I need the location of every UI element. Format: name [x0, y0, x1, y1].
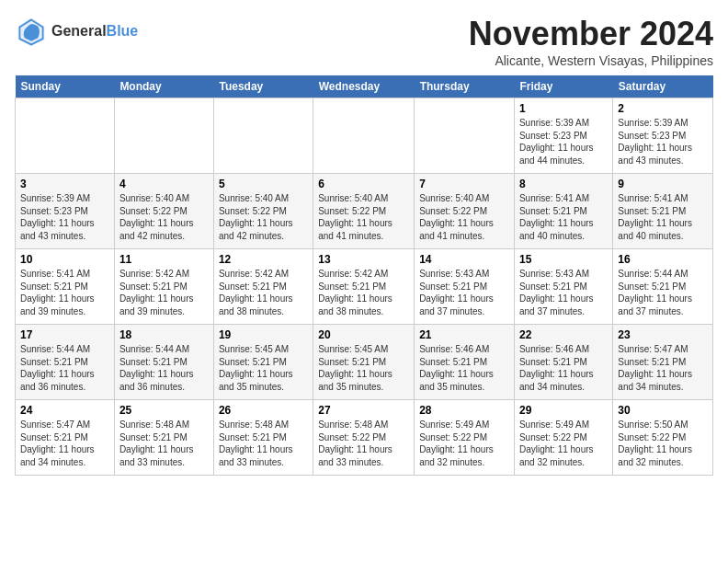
- day-number: 26: [219, 404, 308, 417]
- day-number: 10: [20, 253, 109, 266]
- day-number: 6: [318, 178, 409, 190]
- calendar-cell: 6Sunrise: 5:40 AM Sunset: 5:22 PM Daylig…: [313, 174, 415, 249]
- calendar-cell: [415, 98, 515, 174]
- calendar-cell: [114, 98, 213, 174]
- month-title: November 2024: [469, 15, 713, 53]
- calendar-cell: 24Sunrise: 5:47 AM Sunset: 5:21 PM Dayli…: [16, 400, 115, 476]
- header-saturday: Saturday: [613, 75, 713, 98]
- calendar-cell: 16Sunrise: 5:44 AM Sunset: 5:21 PM Dayli…: [613, 249, 713, 325]
- day-info: Sunrise: 5:48 AM Sunset: 5:21 PM Dayligh…: [219, 419, 308, 468]
- day-number: 2: [618, 102, 708, 115]
- day-info: Sunrise: 5:41 AM Sunset: 5:21 PM Dayligh…: [20, 268, 109, 317]
- calendar-cell: 12Sunrise: 5:42 AM Sunset: 5:21 PM Dayli…: [213, 249, 313, 325]
- day-info: Sunrise: 5:47 AM Sunset: 5:21 PM Dayligh…: [618, 343, 708, 393]
- logo-blue: Blue: [107, 23, 139, 39]
- day-info: Sunrise: 5:42 AM Sunset: 5:21 PM Dayligh…: [119, 268, 209, 317]
- day-info: Sunrise: 5:39 AM Sunset: 5:23 PM Dayligh…: [20, 192, 109, 242]
- day-number: 18: [119, 328, 209, 341]
- header-tuesday: Tuesday: [213, 75, 313, 98]
- calendar-cell: 22Sunrise: 5:46 AM Sunset: 5:21 PM Dayli…: [514, 325, 612, 400]
- location: Alicante, Western Visayas, Philippines: [469, 53, 713, 68]
- calendar-table: SundayMondayTuesdayWednesdayThursdayFrid…: [15, 75, 713, 476]
- calendar-cell: [313, 98, 415, 174]
- calendar-cell: 4Sunrise: 5:40 AM Sunset: 5:22 PM Daylig…: [114, 174, 213, 249]
- header-wednesday: Wednesday: [313, 75, 415, 98]
- day-number: 1: [519, 102, 608, 115]
- day-number: 12: [219, 253, 308, 266]
- calendar-cell: 1Sunrise: 5:39 AM Sunset: 5:23 PM Daylig…: [514, 98, 612, 174]
- day-number: 27: [318, 404, 409, 417]
- day-number: 24: [20, 404, 109, 417]
- day-info: Sunrise: 5:43 AM Sunset: 5:21 PM Dayligh…: [419, 268, 509, 317]
- header-friday: Friday: [514, 75, 612, 98]
- calendar-cell: 19Sunrise: 5:45 AM Sunset: 5:21 PM Dayli…: [213, 325, 313, 400]
- calendar-header-row: SundayMondayTuesdayWednesdayThursdayFrid…: [16, 75, 713, 98]
- header-sunday: Sunday: [16, 75, 115, 98]
- day-info: Sunrise: 5:44 AM Sunset: 5:21 PM Dayligh…: [119, 343, 209, 393]
- calendar-cell: 26Sunrise: 5:48 AM Sunset: 5:21 PM Dayli…: [213, 400, 313, 476]
- calendar-cell: 21Sunrise: 5:46 AM Sunset: 5:21 PM Dayli…: [415, 325, 515, 400]
- calendar-week-row: 1Sunrise: 5:39 AM Sunset: 5:23 PM Daylig…: [16, 98, 713, 174]
- day-info: Sunrise: 5:44 AM Sunset: 5:21 PM Dayligh…: [20, 343, 109, 393]
- day-number: 23: [618, 328, 708, 341]
- calendar-cell: 13Sunrise: 5:42 AM Sunset: 5:21 PM Dayli…: [313, 249, 415, 325]
- calendar-cell: 5Sunrise: 5:40 AM Sunset: 5:22 PM Daylig…: [213, 174, 313, 249]
- day-number: 29: [519, 404, 608, 417]
- calendar-cell: [16, 98, 115, 174]
- day-number: 3: [20, 178, 109, 190]
- day-info: Sunrise: 5:47 AM Sunset: 5:21 PM Dayligh…: [20, 419, 109, 468]
- calendar-cell: 14Sunrise: 5:43 AM Sunset: 5:21 PM Dayli…: [415, 249, 515, 325]
- logo-text-block: GeneralBlue: [51, 23, 138, 40]
- day-number: 17: [20, 328, 109, 341]
- day-info: Sunrise: 5:40 AM Sunset: 5:22 PM Dayligh…: [419, 192, 509, 242]
- logo-icon: [15, 15, 48, 48]
- day-number: 25: [119, 404, 209, 417]
- day-info: Sunrise: 5:42 AM Sunset: 5:21 PM Dayligh…: [318, 268, 409, 317]
- calendar-cell: 8Sunrise: 5:41 AM Sunset: 5:21 PM Daylig…: [514, 174, 612, 249]
- day-number: 11: [119, 253, 209, 266]
- calendar-week-row: 3Sunrise: 5:39 AM Sunset: 5:23 PM Daylig…: [16, 174, 713, 249]
- page-header: GeneralBlue November 2024 Alicante, West…: [15, 15, 713, 68]
- day-number: 16: [618, 253, 708, 266]
- day-info: Sunrise: 5:50 AM Sunset: 5:22 PM Dayligh…: [618, 419, 708, 468]
- day-info: Sunrise: 5:44 AM Sunset: 5:21 PM Dayligh…: [618, 268, 708, 317]
- calendar-cell: 9Sunrise: 5:41 AM Sunset: 5:21 PM Daylig…: [613, 174, 713, 249]
- calendar-cell: 11Sunrise: 5:42 AM Sunset: 5:21 PM Dayli…: [114, 249, 213, 325]
- day-info: Sunrise: 5:48 AM Sunset: 5:22 PM Dayligh…: [318, 419, 409, 468]
- header-monday: Monday: [114, 75, 213, 98]
- day-number: 9: [618, 178, 708, 190]
- calendar-cell: 30Sunrise: 5:50 AM Sunset: 5:22 PM Dayli…: [613, 400, 713, 476]
- day-info: Sunrise: 5:46 AM Sunset: 5:21 PM Dayligh…: [419, 343, 509, 393]
- day-number: 28: [419, 404, 509, 417]
- calendar-cell: 29Sunrise: 5:49 AM Sunset: 5:22 PM Dayli…: [514, 400, 612, 476]
- calendar-cell: 7Sunrise: 5:40 AM Sunset: 5:22 PM Daylig…: [415, 174, 515, 249]
- calendar-cell: 20Sunrise: 5:45 AM Sunset: 5:21 PM Dayli…: [313, 325, 415, 400]
- day-info: Sunrise: 5:41 AM Sunset: 5:21 PM Dayligh…: [618, 192, 708, 242]
- calendar-cell: 3Sunrise: 5:39 AM Sunset: 5:23 PM Daylig…: [16, 174, 115, 249]
- calendar-week-row: 10Sunrise: 5:41 AM Sunset: 5:21 PM Dayli…: [16, 249, 713, 325]
- logo-general: General: [51, 23, 107, 39]
- calendar-cell: 10Sunrise: 5:41 AM Sunset: 5:21 PM Dayli…: [16, 249, 115, 325]
- title-block: November 2024 Alicante, Western Visayas,…: [469, 15, 713, 68]
- day-number: 5: [219, 178, 308, 190]
- day-info: Sunrise: 5:39 AM Sunset: 5:23 PM Dayligh…: [519, 117, 608, 167]
- day-info: Sunrise: 5:42 AM Sunset: 5:21 PM Dayligh…: [219, 268, 308, 317]
- day-info: Sunrise: 5:49 AM Sunset: 5:22 PM Dayligh…: [419, 419, 509, 468]
- logo: GeneralBlue: [15, 15, 138, 48]
- calendar-cell: 23Sunrise: 5:47 AM Sunset: 5:21 PM Dayli…: [613, 325, 713, 400]
- calendar-cell: 18Sunrise: 5:44 AM Sunset: 5:21 PM Dayli…: [114, 325, 213, 400]
- calendar-week-row: 17Sunrise: 5:44 AM Sunset: 5:21 PM Dayli…: [16, 325, 713, 400]
- day-number: 8: [519, 178, 608, 190]
- day-number: 20: [318, 328, 409, 341]
- day-number: 21: [419, 328, 509, 341]
- calendar-cell: 25Sunrise: 5:48 AM Sunset: 5:21 PM Dayli…: [114, 400, 213, 476]
- day-info: Sunrise: 5:40 AM Sunset: 5:22 PM Dayligh…: [119, 192, 209, 242]
- day-info: Sunrise: 5:48 AM Sunset: 5:21 PM Dayligh…: [119, 419, 209, 468]
- day-info: Sunrise: 5:41 AM Sunset: 5:21 PM Dayligh…: [519, 192, 608, 242]
- day-info: Sunrise: 5:40 AM Sunset: 5:22 PM Dayligh…: [318, 192, 409, 242]
- day-number: 7: [419, 178, 509, 190]
- day-info: Sunrise: 5:45 AM Sunset: 5:21 PM Dayligh…: [219, 343, 308, 393]
- day-number: 22: [519, 328, 608, 341]
- day-info: Sunrise: 5:43 AM Sunset: 5:21 PM Dayligh…: [519, 268, 608, 317]
- day-info: Sunrise: 5:45 AM Sunset: 5:21 PM Dayligh…: [318, 343, 409, 393]
